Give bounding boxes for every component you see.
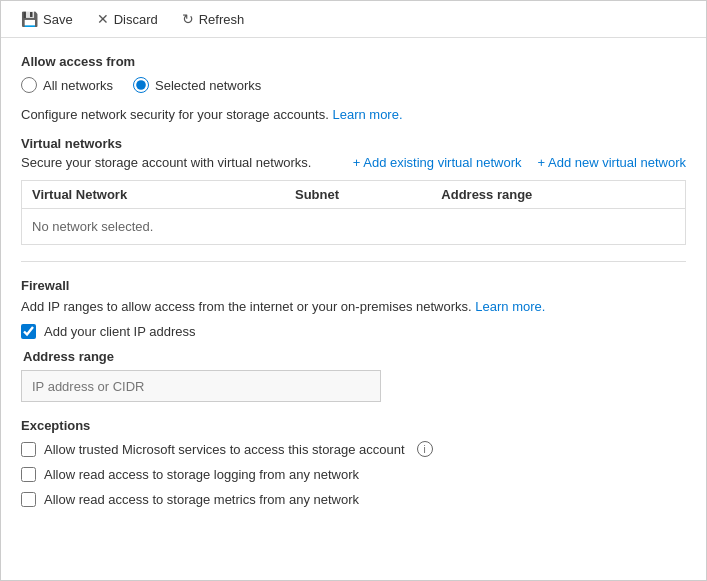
configure-learn-more-link[interactable]: Learn more. bbox=[332, 107, 402, 122]
radio-selected-networks[interactable] bbox=[133, 77, 149, 93]
vnet-table-container: Virtual Network Subnet Address range No … bbox=[21, 180, 686, 245]
exception-row-1: Allow read access to storage logging fro… bbox=[21, 467, 686, 482]
selected-networks-label: Selected networks bbox=[155, 78, 261, 93]
vnet-table-head: Virtual Network Subnet Address range bbox=[22, 181, 685, 209]
exceptions-section: Exceptions Allow trusted Microsoft servi… bbox=[21, 418, 686, 507]
col-subnet: Subnet bbox=[285, 181, 431, 209]
main-content: Allow access from All networks Selected … bbox=[1, 38, 706, 533]
discard-button[interactable]: ✕ Discard bbox=[93, 9, 162, 29]
refresh-label: Refresh bbox=[199, 12, 245, 27]
add-client-ip-checkbox[interactable] bbox=[21, 324, 36, 339]
address-range-label: Address range bbox=[23, 349, 686, 364]
exception-checkbox-0[interactable] bbox=[21, 442, 36, 457]
vnet-table-body: No network selected. bbox=[22, 209, 685, 245]
vnet-section-title: Virtual networks bbox=[21, 136, 686, 151]
exceptions-title: Exceptions bbox=[21, 418, 686, 433]
exception-label-2: Allow read access to storage metrics fro… bbox=[44, 492, 359, 507]
radio-option-all-networks[interactable]: All networks bbox=[21, 77, 113, 93]
exception-label-1: Allow read access to storage logging fro… bbox=[44, 467, 359, 482]
exception-checkbox-1[interactable] bbox=[21, 467, 36, 482]
vnet-header-desc: Secure your storage account with virtual… bbox=[21, 155, 311, 170]
exception-info-icon-0: i bbox=[417, 441, 433, 457]
divider bbox=[21, 261, 686, 262]
vnet-actions: + Add existing virtual network + Add new… bbox=[353, 155, 686, 170]
radio-option-selected-networks[interactable]: Selected networks bbox=[133, 77, 261, 93]
refresh-icon: ↻ bbox=[182, 11, 194, 27]
configure-description: Configure network security for your stor… bbox=[21, 107, 686, 122]
col-virtual-network: Virtual Network bbox=[22, 181, 285, 209]
vnet-table-header-row: Virtual Network Subnet Address range bbox=[22, 181, 685, 209]
add-new-vnet-link[interactable]: + Add new virtual network bbox=[538, 155, 687, 170]
vnet-table: Virtual Network Subnet Address range No … bbox=[22, 181, 685, 244]
firewall-learn-more-link[interactable]: Learn more. bbox=[475, 299, 545, 314]
discard-label: Discard bbox=[114, 12, 158, 27]
save-icon: 💾 bbox=[21, 11, 38, 27]
toolbar: 💾 Save ✕ Discard ↻ Refresh bbox=[1, 1, 706, 38]
no-data-cell: No network selected. bbox=[22, 209, 685, 245]
configure-desc-text: Configure network security for your stor… bbox=[21, 107, 329, 122]
firewall-section: Firewall Add IP ranges to allow access f… bbox=[21, 278, 686, 402]
no-data-row: No network selected. bbox=[22, 209, 685, 245]
firewall-title: Firewall bbox=[21, 278, 686, 293]
refresh-button[interactable]: ↻ Refresh bbox=[178, 9, 249, 29]
save-label: Save bbox=[43, 12, 73, 27]
exception-checkbox-2[interactable] bbox=[21, 492, 36, 507]
all-networks-label: All networks bbox=[43, 78, 113, 93]
add-existing-vnet-link[interactable]: + Add existing virtual network bbox=[353, 155, 522, 170]
save-button[interactable]: 💾 Save bbox=[17, 9, 77, 29]
firewall-desc-text: Add IP ranges to allow access from the i… bbox=[21, 299, 472, 314]
vnet-header: Secure your storage account with virtual… bbox=[21, 155, 686, 170]
allow-access-label: Allow access from bbox=[21, 54, 686, 69]
exception-row-0: Allow trusted Microsoft services to acce… bbox=[21, 441, 686, 457]
address-range-input[interactable] bbox=[21, 370, 381, 402]
radio-all-networks[interactable] bbox=[21, 77, 37, 93]
exception-label-0: Allow trusted Microsoft services to acce… bbox=[44, 442, 405, 457]
exception-row-2: Allow read access to storage metrics fro… bbox=[21, 492, 686, 507]
discard-icon: ✕ bbox=[97, 11, 109, 27]
col-address-range: Address range bbox=[431, 181, 685, 209]
add-client-ip-row: Add your client IP address bbox=[21, 324, 686, 339]
firewall-description: Add IP ranges to allow access from the i… bbox=[21, 299, 686, 314]
add-client-ip-label: Add your client IP address bbox=[44, 324, 196, 339]
radio-group-access: All networks Selected networks bbox=[21, 77, 686, 93]
